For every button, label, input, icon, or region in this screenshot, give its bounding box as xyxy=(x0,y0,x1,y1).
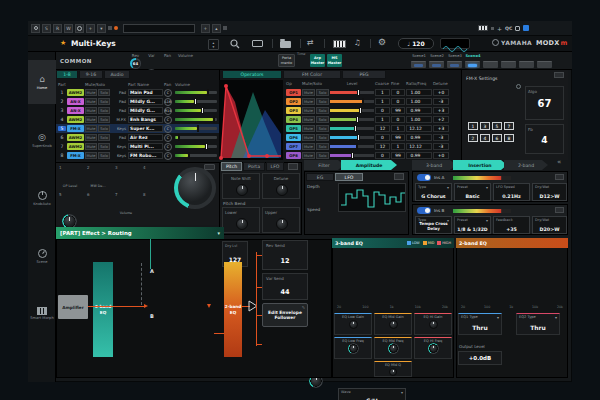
preset-stepper[interactable]: ▴▾ xyxy=(208,39,219,50)
pitch-bend-lower-box[interactable]: Lower xyxy=(222,207,260,233)
pitch-bend-upper-box[interactable]: Upper xyxy=(262,207,300,233)
folder-icon[interactable] xyxy=(280,41,291,48)
solo-button[interactable]: Solo xyxy=(98,116,110,123)
pitch-options-icon[interactable] xyxy=(288,163,298,170)
op-detune[interactable]: +0 xyxy=(433,89,449,97)
super-knob-assign-icon[interactable] xyxy=(204,164,215,170)
part-pan-knob[interactable]: C xyxy=(164,143,172,151)
operator-row[interactable]: OP4 Mute Solo 1 0 1.00 +2 xyxy=(286,115,458,124)
solo-button[interactable]: Solo xyxy=(98,134,110,141)
next-preset-icon[interactable]: ▴ xyxy=(212,24,221,33)
var-send-box[interactable]: Var Send 44 xyxy=(262,273,308,300)
solo-button[interactable]: Solo xyxy=(98,89,110,96)
part-row[interactable]: 6 AWM2 Mute Solo Pad Air Rez C xyxy=(56,133,219,142)
op-fine[interactable]: 1 xyxy=(391,125,405,133)
arp-master-button[interactable]: Arp Master xyxy=(310,54,325,67)
scene-button-2[interactable] xyxy=(429,61,444,68)
part-name[interactable]: Multi Pi... xyxy=(128,143,163,151)
ins-a-lfo-speed[interactable]: LFO Speed 0.21Hz xyxy=(493,183,530,201)
ins-b-preset[interactable]: Preset▾ 1/8 & 1/32D xyxy=(454,216,491,234)
op-level-slider[interactable] xyxy=(330,136,374,139)
part-row[interactable]: 5 FM-X Mute Solo Keys Super K... C xyxy=(56,124,219,133)
op-detune[interactable]: +3 xyxy=(433,125,449,133)
mute-button[interactable]: Mute xyxy=(85,134,97,141)
eq-hi-freq-knob[interactable]: EQ Hi Freq xyxy=(414,337,452,359)
scene-button-3[interactable] xyxy=(447,61,462,68)
scene-button-1[interactable] xyxy=(411,61,426,68)
op-ratio[interactable]: 0.99 xyxy=(406,134,432,142)
sidebar-item-scene[interactable]: Scene xyxy=(28,234,56,278)
sidebar-item-knobauto[interactable]: KnobAuto xyxy=(28,176,56,220)
part-name[interactable]: Super K... xyxy=(128,125,163,133)
op-coarse[interactable]: 0 xyxy=(375,134,390,142)
operator-row[interactable]: OP3 Mute Solo 0 99 0.99 +3 xyxy=(286,106,458,115)
op-solo-button[interactable]: Solo xyxy=(316,152,329,159)
circle-icon[interactable] xyxy=(75,24,84,33)
op-coarse[interactable]: 0 xyxy=(375,152,390,160)
tab-parts-audio[interactable]: Audio xyxy=(104,70,130,79)
host-button-s[interactable]: S xyxy=(42,24,51,33)
eq-mid-gain-knob[interactable]: EQ Mid Gain xyxy=(374,313,412,335)
preset-field[interactable] xyxy=(123,24,195,33)
mute-button[interactable]: Mute xyxy=(85,116,97,123)
op-coarse[interactable]: 12 xyxy=(375,143,390,151)
panel-toggle-icon[interactable] xyxy=(523,25,529,31)
eq-mid-freq-knob[interactable]: EQ Mid Freq xyxy=(374,337,412,359)
part-volume-slider[interactable] xyxy=(175,154,217,157)
op-mute-button[interactable]: Mute xyxy=(302,107,315,114)
mute-button[interactable]: Mute xyxy=(85,143,97,150)
fmx-edit-icon[interactable] xyxy=(516,84,521,89)
ins-b-toggle[interactable] xyxy=(417,207,431,214)
tab-operators[interactable]: Operators xyxy=(222,70,282,79)
op-detune[interactable]: +3 xyxy=(433,107,449,115)
mute-button[interactable]: Mute xyxy=(85,89,97,96)
op-detune[interactable]: -3 xyxy=(433,143,449,151)
qc-button[interactable]: QC xyxy=(505,26,512,31)
tab-3band[interactable]: 3-band xyxy=(412,160,456,170)
portamento-button[interactable]: Porta mento xyxy=(278,54,295,67)
tab-insertion[interactable]: Insertion xyxy=(453,160,507,170)
ins-a-toggle[interactable] xyxy=(417,174,431,181)
ins-b-feedback[interactable]: Feedback +35 xyxy=(493,216,530,234)
op-level-slider[interactable] xyxy=(330,154,374,157)
op-fine[interactable]: 99 xyxy=(391,152,405,160)
mute-button[interactable]: Mute xyxy=(85,98,97,105)
scene-button-7[interactable] xyxy=(519,61,534,68)
eq-hi-gain-knob[interactable]: EQ Hi Gain xyxy=(414,313,452,335)
op-fine[interactable]: 0 xyxy=(391,89,405,97)
solo-button[interactable]: Solo xyxy=(98,98,110,105)
settings-gear-icon[interactable]: ⚙ xyxy=(378,37,386,47)
part-name[interactable]: Air Rez xyxy=(128,134,163,142)
operator-row[interactable]: OP8 Mute Solo 0 99 0.99 +0 xyxy=(286,151,458,160)
op-solo-button[interactable]: Solo xyxy=(316,89,329,96)
note-shift-box[interactable]: Note Shift xyxy=(222,173,260,199)
operator-row[interactable]: OP1 Mute Solo 1 0 1.00 +0 xyxy=(286,88,458,97)
part-row[interactable]: 4 AWM2 Mute Solo M.FX Enh Bangs C xyxy=(56,115,219,124)
op-ratio[interactable]: 0.99 xyxy=(406,152,432,160)
super-knob[interactable] xyxy=(174,167,216,209)
keyboard-mini-icon[interactable] xyxy=(478,25,488,31)
scene-button-8[interactable] xyxy=(537,61,552,68)
op-detune[interactable]: -3 xyxy=(433,98,449,106)
eq2-type-select[interactable]: EQ2 Type ▾ Thru xyxy=(516,313,560,335)
tab-pitch[interactable]: Pitch xyxy=(221,162,242,171)
op-level-slider[interactable] xyxy=(330,91,374,94)
part-pan-knob[interactable]: C xyxy=(164,116,172,124)
op-ratio[interactable]: 1.00 xyxy=(406,116,432,124)
part-row[interactable]: 2 AN-X Mute Solo Pad Mildly G... L16 xyxy=(56,97,219,106)
part-pan-knob[interactable]: L16 xyxy=(164,98,172,106)
part-pan-knob[interactable]: C xyxy=(164,134,172,142)
op-mute-button[interactable]: Mute xyxy=(302,134,315,141)
op-mute-button[interactable]: Mute xyxy=(302,98,315,105)
tab-peg[interactable]: PEG xyxy=(342,70,386,79)
ins-a-bypass-icon[interactable] xyxy=(555,174,564,180)
op-coarse[interactable]: 12 xyxy=(375,125,390,133)
host-button-w[interactable]: W xyxy=(64,24,73,33)
op-mute-button[interactable]: Mute xyxy=(302,125,315,132)
scene-button-5[interactable] xyxy=(483,61,498,68)
op-coarse[interactable]: 1 xyxy=(375,116,390,124)
tempo-display[interactable]: ♩ 120 xyxy=(398,38,434,49)
op-solo-button[interactable]: Solo xyxy=(316,107,329,114)
snapshot-icon[interactable] xyxy=(31,24,40,33)
eq-low-gain-knob[interactable]: EQ Low Gain xyxy=(334,313,372,335)
